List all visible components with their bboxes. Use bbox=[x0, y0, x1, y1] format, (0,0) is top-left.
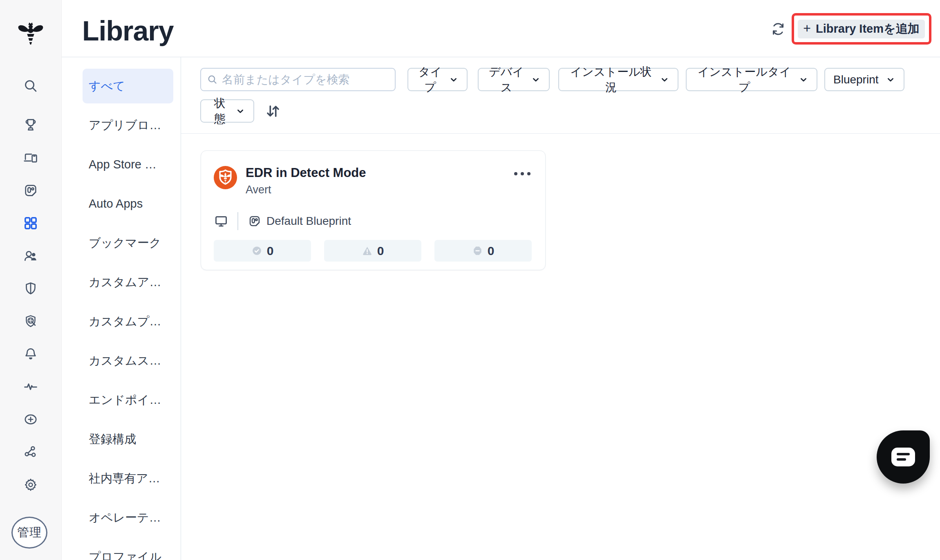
category-item-profiles[interactable]: プロファイル bbox=[83, 540, 173, 560]
category-item-custom-apps[interactable]: カスタムア… bbox=[83, 265, 173, 300]
icon-sidebar: 管理 bbox=[0, 0, 62, 560]
card-ellipsis-menu-icon[interactable] bbox=[511, 167, 534, 180]
plus-icon: + bbox=[803, 21, 811, 36]
alerts-bell-icon[interactable] bbox=[22, 346, 39, 362]
category-item-bookmarks[interactable]: ブックマーク bbox=[83, 226, 173, 260]
filter-device-label: デバイス bbox=[487, 64, 526, 95]
category-item-custom-scripts[interactable]: カスタムス… bbox=[83, 343, 173, 378]
card-meta-row: Default Blueprint bbox=[215, 212, 351, 230]
category-item-operating[interactable]: オペレーテ… bbox=[83, 500, 173, 535]
filter-status-label: 状態 bbox=[209, 96, 231, 127]
stat-blocked-pill: 0 bbox=[434, 240, 532, 262]
filter-install-status-label: インストール状況 bbox=[567, 64, 655, 95]
category-item-app-blocking[interactable]: アプリブロ… bbox=[83, 108, 173, 143]
library-grid-icon[interactable] bbox=[22, 215, 39, 231]
stat-warning-value: 0 bbox=[377, 244, 384, 258]
search-icon[interactable] bbox=[22, 78, 39, 94]
meta-divider bbox=[237, 212, 238, 230]
filter-install-type-label: インストールタイプ bbox=[695, 64, 794, 95]
category-item-enrollment-config[interactable]: 登録構成 bbox=[83, 422, 173, 457]
activity-pulse-icon[interactable] bbox=[22, 379, 39, 395]
stat-success-pill: 0 bbox=[214, 240, 311, 262]
blocked-octagon-icon bbox=[472, 245, 483, 256]
filter-type-button[interactable]: タイプ bbox=[407, 68, 468, 91]
success-check-circle-icon bbox=[251, 245, 262, 256]
library-item-card[interactable]: EDR in Detect Mode Avert Default Bluepri… bbox=[201, 150, 546, 270]
sort-order-icon[interactable] bbox=[264, 102, 282, 121]
category-item-all[interactable]: すべて bbox=[83, 69, 173, 103]
mac-computer-icon bbox=[215, 215, 228, 228]
category-item-endpoint[interactable]: エンドポイ… bbox=[83, 383, 173, 417]
add-circle-icon[interactable] bbox=[22, 411, 39, 428]
header-divider bbox=[62, 57, 940, 57]
security-shield-icon[interactable] bbox=[22, 280, 39, 297]
blueprint-templates-icon[interactable] bbox=[22, 182, 39, 199]
search-input[interactable] bbox=[222, 73, 389, 86]
card-subtitle: Avert bbox=[246, 184, 271, 196]
admin-badge[interactable]: 管理 bbox=[11, 517, 47, 549]
category-item-app-store[interactable]: App Store … bbox=[83, 147, 173, 182]
devices-icon[interactable] bbox=[22, 150, 39, 166]
threat-detection-icon[interactable] bbox=[22, 313, 39, 329]
filter-device-button[interactable]: デバイス bbox=[478, 68, 550, 91]
chevron-down-icon bbox=[235, 106, 245, 116]
settings-gear-icon[interactable] bbox=[22, 477, 39, 493]
chat-launcher-button[interactable] bbox=[877, 430, 930, 484]
filter-blueprint-label: Blueprint bbox=[833, 73, 879, 86]
blueprint-label: Default Blueprint bbox=[266, 215, 351, 228]
integrations-share-icon[interactable] bbox=[22, 444, 39, 460]
page-title: Library bbox=[82, 15, 174, 47]
add-library-item-button[interactable]: + Library Itemを追加 bbox=[798, 20, 925, 38]
kandji-bee-logo[interactable] bbox=[15, 21, 47, 48]
refresh-icon[interactable] bbox=[770, 21, 787, 38]
stat-warning-pill: 0 bbox=[324, 240, 421, 262]
filter-type-label: タイプ bbox=[416, 64, 444, 95]
chevron-down-icon bbox=[660, 75, 669, 85]
search-icon bbox=[207, 74, 218, 85]
chat-bubble-icon bbox=[891, 448, 915, 466]
filter-install-type-button[interactable]: インストールタイプ bbox=[686, 68, 817, 91]
category-item-auto-apps[interactable]: Auto Apps bbox=[83, 186, 173, 221]
filters-divider bbox=[181, 133, 940, 134]
chevron-down-icon bbox=[531, 75, 541, 85]
stat-success-value: 0 bbox=[267, 244, 274, 258]
library-search-box bbox=[200, 68, 396, 91]
admin-badge-label: 管理 bbox=[17, 524, 42, 541]
chevron-down-icon bbox=[449, 75, 459, 85]
warning-triangle-icon bbox=[362, 245, 373, 256]
trophy-icon[interactable] bbox=[22, 116, 39, 133]
avert-app-icon bbox=[214, 166, 237, 189]
filter-install-status-button[interactable]: インストール状況 bbox=[558, 68, 678, 91]
users-icon[interactable] bbox=[22, 248, 39, 264]
kandji-library-page: 管理 Library + Library Itemを追加 すべて アプリブロ… … bbox=[0, 0, 940, 560]
category-item-custom-printers[interactable]: カスタムプ… bbox=[83, 304, 173, 339]
chevron-down-icon bbox=[799, 75, 808, 85]
card-title: EDR in Detect Mode bbox=[246, 166, 366, 180]
chevron-down-icon bbox=[886, 75, 895, 85]
stat-blocked-value: 0 bbox=[488, 244, 495, 258]
blueprint-icon bbox=[248, 215, 261, 228]
add-library-item-label: Library Itemを追加 bbox=[816, 21, 920, 37]
filter-blueprint-button[interactable]: Blueprint bbox=[824, 68, 904, 91]
category-item-in-house-apps[interactable]: 社内専有ア… bbox=[83, 461, 173, 496]
library-category-sidebar: すべて アプリブロ… App Store … Auto Apps ブックマーク … bbox=[62, 57, 181, 560]
filter-status-button[interactable]: 状態 bbox=[200, 99, 254, 123]
